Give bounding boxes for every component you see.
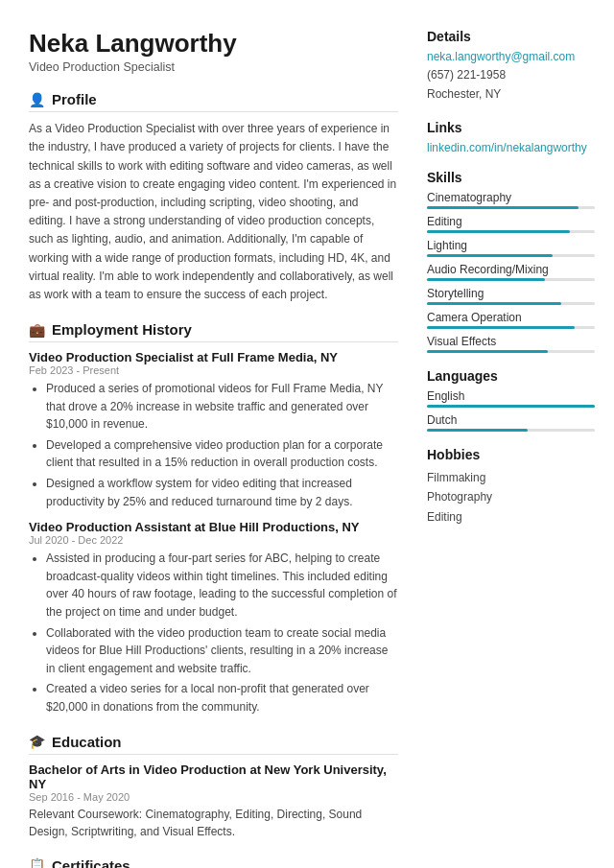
- skill-bar-fill: [427, 206, 579, 209]
- skill-bar-bg: [427, 278, 595, 281]
- language-name: English: [427, 389, 595, 403]
- skill-bar-fill: [427, 302, 561, 305]
- skill-item: Audio Recording/Mixing: [427, 263, 595, 281]
- hobbies-section: Hobbies FilmmakingPhotographyEditing: [427, 447, 595, 527]
- edu-degree: Bachelor of Arts in Video Production at …: [29, 762, 398, 791]
- skill-bar-bg: [427, 230, 595, 233]
- languages-title: Languages: [427, 368, 595, 384]
- skill-bar-fill: [427, 230, 570, 233]
- job-bullet: Collaborated with the video production t…: [46, 624, 398, 678]
- skill-name: Audio Recording/Mixing: [427, 263, 595, 276]
- details-title: Details: [427, 29, 595, 44]
- job-item: Video Production Specialist at Full Fram…: [29, 350, 398, 510]
- job-bullets: Produced a series of promotional videos …: [29, 380, 398, 510]
- languages-list: EnglishDutch: [427, 389, 595, 432]
- profile-section-title: 👤 Profile: [29, 91, 398, 112]
- language-item: English: [427, 389, 595, 408]
- hobby-item: Photography: [427, 487, 595, 506]
- skill-bar-bg: [427, 302, 595, 305]
- education-section: 🎓 Education Bachelor of Arts in Video Pr…: [29, 734, 398, 840]
- profile-text: As a Video Production Specialist with ov…: [29, 120, 398, 304]
- linkedin-link[interactable]: linkedin.com/in/nekalangworthy: [427, 141, 595, 154]
- language-bar-fill: [427, 429, 528, 432]
- links-section: Links linkedin.com/in/nekalangworthy: [427, 120, 595, 154]
- skills-title: Skills: [427, 170, 595, 185]
- skill-bar-fill: [427, 254, 553, 257]
- job-title: Video Production Assistant at Blue Hill …: [29, 520, 398, 534]
- skill-bar-bg: [427, 254, 595, 257]
- job-bullet: Developed a comprehensive video producti…: [46, 436, 398, 472]
- phone: (657) 221-1958: [427, 65, 595, 84]
- hobbies-title: Hobbies: [427, 447, 595, 462]
- skill-item: Editing: [427, 215, 595, 233]
- language-bar-fill: [427, 405, 595, 408]
- hobby-item: Filmmaking: [427, 468, 595, 487]
- job-item: Video Production Assistant at Blue Hill …: [29, 520, 398, 716]
- location: Rochester, NY: [427, 84, 595, 104]
- skill-item: Lighting: [427, 239, 595, 257]
- hobby-item: Editing: [427, 507, 595, 527]
- employment-section-title: 💼 Employment History: [29, 321, 398, 342]
- skill-name: Cinematography: [427, 191, 595, 204]
- edu-date: Sep 2016 - May 2020: [29, 791, 398, 803]
- skills-section: Skills CinematographyEditingLightingAudi…: [427, 170, 595, 353]
- language-name: Dutch: [427, 413, 595, 427]
- job-bullet: Assisted in producing a four-part series…: [46, 550, 398, 621]
- skill-bar-bg: [427, 350, 595, 353]
- email-link[interactable]: neka.langworthy@gmail.com: [427, 50, 595, 63]
- hobbies-list: FilmmakingPhotographyEditing: [427, 468, 595, 527]
- jobs-list: Video Production Specialist at Full Fram…: [29, 350, 398, 716]
- skill-item: Cinematography: [427, 191, 595, 209]
- job-bullet: Produced a series of promotional videos …: [46, 380, 398, 434]
- skill-name: Editing: [427, 215, 595, 228]
- job-bullet: Designed a workflow system for video edi…: [46, 475, 398, 510]
- language-item: Dutch: [427, 413, 595, 432]
- links-title: Links: [427, 120, 595, 135]
- job-date: Feb 2023 - Present: [29, 364, 398, 376]
- skill-item: Storytelling: [427, 287, 595, 305]
- skill-name: Lighting: [427, 239, 595, 252]
- language-bar-bg: [427, 405, 595, 408]
- job-bullets: Assisted in producing a four-part series…: [29, 550, 398, 716]
- skill-bar-bg: [427, 326, 595, 329]
- education-section-title: 🎓 Education: [29, 734, 398, 755]
- skill-item: Visual Effects: [427, 335, 595, 353]
- candidate-name: Neka Langworthy: [29, 29, 398, 59]
- profile-icon: 👤: [29, 92, 45, 107]
- employment-section: 💼 Employment History Video Production Sp…: [29, 321, 398, 716]
- candidate-subtitle: Video Production Specialist: [29, 60, 398, 74]
- skill-bar-bg: [427, 206, 595, 209]
- education-icon: 🎓: [29, 734, 45, 749]
- certificates-section-title: 📋 Certificates: [29, 857, 398, 868]
- skills-list: CinematographyEditingLightingAudio Recor…: [427, 191, 595, 353]
- job-title: Video Production Specialist at Full Fram…: [29, 350, 398, 364]
- employment-icon: 💼: [29, 322, 45, 338]
- skill-bar-fill: [427, 278, 545, 281]
- profile-section: 👤 Profile As a Video Production Speciali…: [29, 91, 398, 304]
- skill-bar-fill: [427, 350, 548, 353]
- skill-name: Storytelling: [427, 287, 595, 300]
- job-bullet: Created a video series for a local non-p…: [46, 680, 398, 716]
- language-bar-bg: [427, 429, 595, 432]
- edu-coursework: Relevant Coursework: Cinematography, Edi…: [29, 806, 398, 840]
- certificates-icon: 📋: [29, 857, 45, 868]
- details-section: Details neka.langworthy@gmail.com (657) …: [427, 29, 595, 105]
- languages-section: Languages EnglishDutch: [427, 368, 595, 432]
- skill-bar-fill: [427, 326, 575, 329]
- skill-name: Camera Operation: [427, 311, 595, 324]
- skill-name: Visual Effects: [427, 335, 595, 348]
- job-date: Jul 2020 - Dec 2022: [29, 534, 398, 546]
- skill-item: Camera Operation: [427, 311, 595, 329]
- certificates-section: 📋 Certificates Adobe Certified Professio…: [29, 857, 398, 868]
